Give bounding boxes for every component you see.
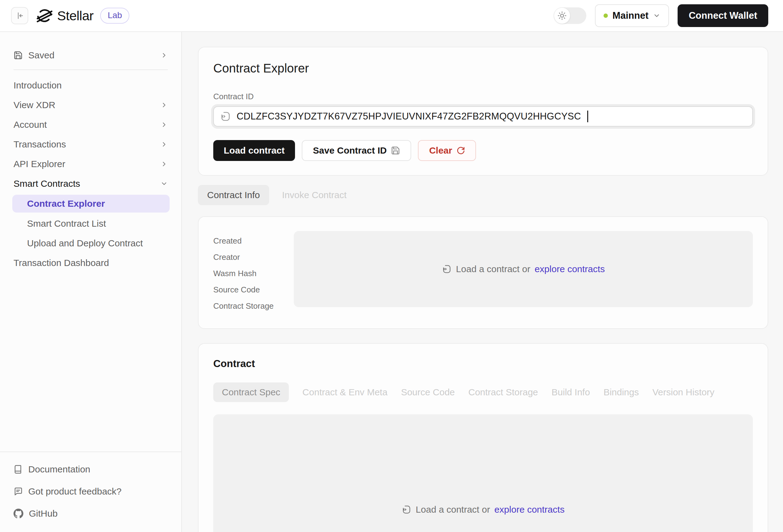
sidebar-item-label: GitHub [29,508,58,519]
sidebar-item-api-explorer[interactable]: API Explorer [13,154,168,174]
sidebar-nav: Saved Introduction View XDR Account Tran… [0,32,181,452]
sidebar-item-label: Transaction Dashboard [13,258,109,268]
field-label-contract-storage: Contract Storage [213,298,294,314]
refresh-icon [456,146,465,155]
book-icon [13,465,23,474]
sidebar-item-documentation[interactable]: Documentation [13,458,168,480]
network-label: Mainnet [613,10,649,21]
save-icon [391,146,400,155]
sidebar-item-transactions[interactable]: Transactions [13,135,168,154]
app-header: Stellar Lab Mainnet Connect Wallet [0,0,783,32]
chevron-down-icon [653,12,660,19]
contract-card-title: Contract [213,358,753,369]
sidebar-item-label: Transactions [13,139,66,149]
button-label: Save Contract ID [313,145,386,156]
text-caret [587,110,588,122]
tab-contract-storage: Contract Storage [468,387,538,397]
explorer-actions: Load contract Save Contract ID Clear [213,140,753,161]
tab-bindings: Bindings [603,387,639,397]
field-label-creator: Creator [213,249,294,265]
contract-id-label: Contract ID [213,92,753,101]
contract-icon [220,111,231,122]
tab-build-info: Build Info [552,387,590,397]
field-label-created: Created [213,233,294,249]
tab-version-history: Version History [652,387,715,397]
header-actions: Mainnet Connect Wallet [554,4,768,27]
main-content: Contract Explorer Contract ID CDLZFC3SYJ… [182,0,783,532]
save-contract-id-button[interactable]: Save Contract ID [302,140,411,161]
chevron-right-icon [160,101,168,109]
chevron-right-icon [160,160,168,168]
sidebar-item-account[interactable]: Account [13,115,168,135]
page-title: Contract Explorer [213,61,753,75]
sidebar-item-transaction-dashboard[interactable]: Transaction Dashboard [13,253,168,273]
button-label: Clear [429,145,452,156]
chevron-down-icon [160,180,168,187]
tab-invoke-contract: Invoke Contract [282,190,347,200]
collapse-sidebar-icon [15,11,24,20]
sidebar-item-github[interactable]: GitHub [13,502,168,525]
sidebar-item-label: Account [13,120,47,130]
contract-spec-empty-state: Load a contract or explore contracts [213,414,753,532]
chevron-right-icon [160,121,168,128]
tab-source-code: Source Code [401,387,455,397]
sidebar-item-upload-deploy-contract[interactable]: Upload and Deploy Contract [13,233,168,253]
stellar-logo[interactable]: Stellar [36,7,93,24]
lab-badge: Lab [100,8,129,24]
sidebar-item-label: Got product feedback? [28,486,122,497]
sidebar-item-label: Smart Contract List [27,219,106,229]
sidebar-item-view-xdr[interactable]: View XDR [13,95,168,115]
contract-info-empty-state: Load a contract or explore contracts [294,231,753,307]
sidebar-item-label: Contract Explorer [27,198,105,209]
sidebar-divider [13,69,168,70]
sidebar-item-label: Upload and Deploy Contract [27,238,143,248]
contract-info-card: Created Creator Wasm Hash Source Code Co… [198,216,768,329]
sun-icon [558,11,567,20]
feedback-icon [13,487,23,496]
chevron-right-icon [160,52,168,59]
tab-contract-spec[interactable]: Contract Spec [213,383,289,402]
network-selector[interactable]: Mainnet [595,4,669,27]
field-label-wasm-hash: Wasm Hash [213,265,294,282]
sidebar-item-label: Smart Contracts [13,178,80,189]
collapse-sidebar-button[interactable] [11,7,28,24]
contract-icon [442,264,452,274]
network-status-dot [603,13,608,18]
tab-contract-info[interactable]: Contract Info [198,185,269,205]
contract-detail-tabs: Contract Spec Contract & Env Meta Source… [213,383,753,402]
sidebar-footer: Documentation Got product feedback? GitH… [0,452,181,532]
connect-wallet-button[interactable]: Connect Wallet [678,4,768,27]
sidebar-item-smart-contracts[interactable]: Smart Contracts [13,174,168,194]
contract-id-input[interactable]: CDLZFC3SYJYDZT7K67VZ75HPJVIEUVNIXF47ZG2F… [213,106,753,127]
sidebar-item-label: Saved [28,50,54,61]
load-contract-button[interactable]: Load contract [213,140,295,161]
field-label-source-code: Source Code [213,282,294,298]
clear-button[interactable]: Clear [418,140,476,161]
chevron-right-icon [160,141,168,148]
contract-icon [402,505,411,514]
tab-contract-env-meta: Contract & Env Meta [302,387,387,397]
contract-card: Contract Contract Spec Contract & Env Me… [198,343,768,532]
theme-toggle[interactable] [554,7,586,24]
theme-knob [554,8,570,24]
stellar-logo-icon [36,7,53,24]
contract-tabs: Contract Info Invoke Contract [198,185,768,205]
contract-info-fields: Created Creator Wasm Hash Source Code Co… [213,231,294,314]
sidebar-item-contract-explorer[interactable]: Contract Explorer [12,195,169,212]
sidebar-item-label: API Explorer [13,159,65,169]
sidebar-item-feedback[interactable]: Got product feedback? [13,480,168,502]
save-icon [13,51,23,60]
sidebar-item-saved[interactable]: Saved [13,45,168,65]
explore-contracts-link[interactable]: explore contracts [495,504,565,515]
empty-state-text: Load a contract or [456,264,530,274]
sidebar-item-label: View XDR [13,100,55,110]
explore-contracts-link[interactable]: explore contracts [535,264,605,274]
contract-id-value: CDLZFC3SYJYDZT7K67VZ75HPJVIEUVNIXF47ZG2F… [237,111,581,122]
sidebar-item-smart-contract-list[interactable]: Smart Contract List [13,214,168,233]
github-icon [13,509,23,519]
logo-text: Stellar [57,8,93,23]
contract-explorer-card: Contract Explorer Contract ID CDLZFC3SYJ… [198,47,768,176]
empty-state-text: Load a contract or [416,504,490,515]
sidebar-item-label: Documentation [28,464,90,474]
sidebar-item-introduction[interactable]: Introduction [13,75,168,95]
